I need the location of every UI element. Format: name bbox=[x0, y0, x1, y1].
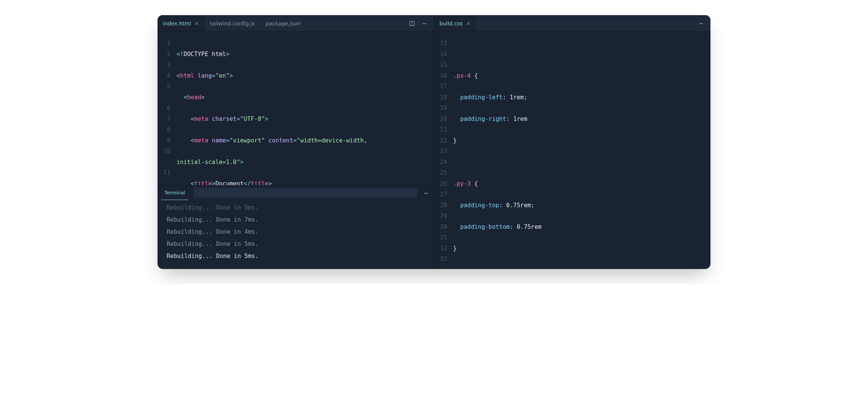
code-token: .py-3 bbox=[453, 180, 471, 187]
left-tab-bar: index.html × tailwind.config.js package.… bbox=[158, 15, 434, 32]
terminal-output[interactable]: Rebuilding... Done in 5ms.Rebuilding... … bbox=[158, 200, 434, 269]
code-token: ; bbox=[531, 202, 534, 209]
code-token: head bbox=[187, 94, 201, 101]
line-number: 11 bbox=[158, 167, 170, 178]
code-token: padding-left bbox=[460, 94, 503, 101]
terminal-tab-label: Terminal bbox=[164, 190, 185, 195]
terminal-line: Rebuilding... Done in 4ms. bbox=[167, 226, 425, 238]
code-token: = bbox=[237, 116, 240, 122]
line-number: 31 bbox=[434, 232, 447, 243]
code-token: = bbox=[212, 72, 215, 79]
close-icon[interactable]: × bbox=[466, 20, 471, 27]
left-gutter: 1234567891011 bbox=[158, 38, 176, 185]
line-number: 4 bbox=[158, 70, 170, 81]
code-token: "width=device-width, bbox=[297, 137, 371, 144]
code-token: : bbox=[503, 94, 510, 101]
code-token: : bbox=[499, 202, 506, 209]
code-token: </ bbox=[244, 180, 251, 186]
terminal-header: Terminal bbox=[158, 186, 434, 200]
line-number: 33 bbox=[434, 254, 447, 265]
code-token: content bbox=[269, 137, 293, 144]
left-code-area[interactable]: 1234567891011 <!DOCTYPE html> <html lang… bbox=[158, 32, 434, 185]
close-icon[interactable]: × bbox=[194, 20, 200, 27]
code-token: title bbox=[251, 180, 269, 186]
line-number: 19 bbox=[434, 103, 447, 114]
code-token: padding-top bbox=[460, 202, 499, 209]
code-token: lang bbox=[198, 72, 212, 79]
line-number: 15 bbox=[434, 59, 447, 70]
split-editor-icon[interactable] bbox=[408, 20, 416, 27]
code-token bbox=[176, 94, 184, 101]
line-number: 22 bbox=[434, 135, 447, 146]
terminal-line: Rebuilding... Done in 5ms. bbox=[167, 238, 425, 250]
more-actions-icon[interactable] bbox=[423, 189, 430, 197]
code-token bbox=[176, 137, 190, 144]
right-code-lines[interactable]: .px-4 { padding-left: 1rem; padding-righ… bbox=[453, 38, 711, 269]
line-number: 23 bbox=[434, 146, 447, 157]
more-actions-icon[interactable] bbox=[421, 20, 429, 27]
code-token bbox=[471, 72, 474, 79]
tab-tailwind-config[interactable]: tailwind.config.js bbox=[205, 15, 260, 31]
terminal-line: Rebuilding... Done in 5ms. bbox=[167, 202, 425, 214]
code-token: <! bbox=[176, 51, 184, 58]
tab-actions bbox=[692, 15, 710, 31]
code-token bbox=[176, 180, 190, 186]
line-number bbox=[158, 157, 170, 168]
code-token bbox=[208, 116, 212, 122]
code-token bbox=[194, 72, 198, 79]
code-token: "viewport" bbox=[229, 137, 265, 144]
code-token: < bbox=[190, 137, 194, 144]
tab-label: tailwind.config.js bbox=[210, 20, 255, 27]
left-code-lines[interactable]: <!DOCTYPE html> <html lang="en"> <head> … bbox=[176, 38, 434, 185]
code-token bbox=[208, 137, 212, 144]
code-token: > bbox=[226, 51, 229, 58]
tab-label: package.json bbox=[265, 20, 300, 27]
code-token: initial-scale=1.0" bbox=[176, 159, 240, 166]
code-token: .px-4 bbox=[453, 72, 471, 79]
line-number: 5 bbox=[158, 81, 170, 92]
right-tab-bar: build.css × bbox=[434, 15, 711, 32]
code-token: padding-bottom bbox=[460, 224, 510, 230]
code-token: > bbox=[229, 72, 233, 79]
right-pane: build.css × 1314151617181920212223242526… bbox=[434, 15, 711, 269]
line-number: 24 bbox=[434, 157, 447, 168]
right-gutter: 1314151617181920212223242526272829303132… bbox=[434, 38, 453, 269]
line-number: 2 bbox=[158, 49, 170, 60]
code-token bbox=[176, 116, 190, 122]
line-number: 8 bbox=[158, 124, 170, 135]
line-number: 29 bbox=[434, 211, 447, 222]
tab-actions bbox=[403, 15, 434, 31]
code-token: 0.75rem bbox=[506, 202, 531, 209]
code-token: > bbox=[265, 116, 268, 122]
terminal-input[interactable] bbox=[194, 188, 417, 198]
tab-label: index.html bbox=[163, 20, 191, 27]
tab-index-html[interactable]: index.html × bbox=[158, 15, 205, 31]
code-token: < bbox=[184, 94, 187, 101]
tab-package-json[interactable]: package.json bbox=[260, 15, 306, 31]
code-token: padding-right bbox=[460, 116, 506, 122]
right-code-area[interactable]: 1314151617181920212223242526272829303132… bbox=[434, 32, 711, 269]
code-token bbox=[453, 116, 461, 122]
code-token: meta bbox=[194, 137, 208, 144]
code-token: charset bbox=[212, 116, 236, 122]
line-number bbox=[158, 92, 170, 103]
line-number: 28 bbox=[434, 200, 447, 211]
more-actions-icon[interactable] bbox=[698, 20, 705, 27]
code-token bbox=[453, 94, 461, 101]
code-token: : bbox=[510, 224, 517, 230]
line-number: 13 bbox=[434, 38, 447, 49]
line-number: 21 bbox=[434, 124, 447, 135]
tab-build-css[interactable]: build.css × bbox=[434, 15, 476, 31]
terminal-line: Rebuilding... Done in 7ms. bbox=[167, 214, 425, 226]
code-token: > bbox=[240, 159, 244, 166]
terminal-tab[interactable]: Terminal bbox=[161, 186, 188, 200]
code-token: ; bbox=[524, 94, 527, 101]
code-token: < bbox=[176, 72, 180, 79]
code-token: 1rem bbox=[513, 116, 527, 122]
code-token: > bbox=[212, 180, 215, 186]
line-number: 26 bbox=[434, 178, 447, 189]
code-token: } bbox=[453, 137, 457, 144]
code-token: "en" bbox=[215, 72, 229, 79]
code-token bbox=[265, 137, 268, 144]
code-token: } bbox=[453, 245, 457, 252]
